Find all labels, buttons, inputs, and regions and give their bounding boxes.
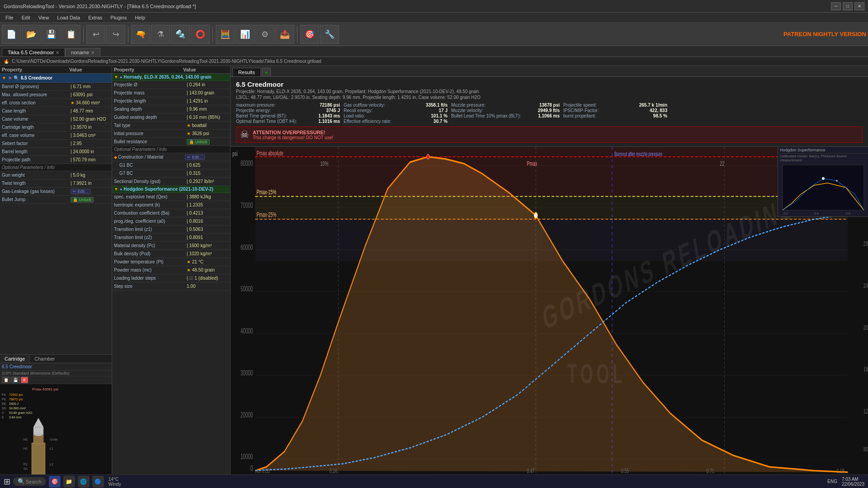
menu-extras[interactable]: Extras xyxy=(85,14,106,21)
prop-name-case-volume: Case volume xyxy=(0,116,69,122)
prop-val-twist: | 7.9921 in xyxy=(69,180,112,186)
diag-btn-1[interactable]: 📋 xyxy=(2,377,10,383)
left-panel-header: Property Value xyxy=(0,66,112,74)
tool-open[interactable]: 📂 xyxy=(22,25,41,44)
taskbar-search[interactable]: 🔍 Search xyxy=(13,477,46,486)
delete-icon[interactable]: ✕ xyxy=(8,75,12,80)
svg-text:SD: SD xyxy=(2,407,6,410)
prop-val-bullet-jump[interactable]: 🔒 Unlock xyxy=(69,197,112,202)
mid-name-ba: Combustion coefficient (Ba) xyxy=(112,210,185,216)
mid-val-guided: | 6.16 mm (85%) xyxy=(185,114,230,120)
stat-proj-energy: Projectile energy: 3745 J xyxy=(236,108,340,113)
maximize-button[interactable]: □ xyxy=(843,2,853,10)
mid-row-gsd: Sectional Density (gsd) | 0.2927 lb/in² xyxy=(112,178,230,186)
tab-tikka-close[interactable]: ✕ xyxy=(56,50,59,55)
mid-val-ba: | 0.4213 xyxy=(185,210,230,216)
menu-view[interactable]: View xyxy=(35,14,53,21)
tool-settings[interactable]: ⚙ xyxy=(255,25,274,44)
menu-file[interactable]: File xyxy=(2,14,17,21)
menu-help[interactable]: Help xyxy=(131,14,149,21)
stat-ipsc: IPSC/MIP-Factor: 422, 833 xyxy=(563,108,667,113)
close-button[interactable]: ✕ xyxy=(854,2,864,10)
svg-text:Pmax 63091 psi: Pmax 63091 psi xyxy=(32,387,58,391)
mid-val-pc: | 1600 kg/m³ xyxy=(185,243,230,249)
mid-val-construction[interactable]: ✏ Edit... xyxy=(183,154,228,160)
mid-val-proj-mass: | 143.00 grain xyxy=(185,90,230,96)
prop-val-cross-section: ★ 34.660 mm² xyxy=(69,100,112,106)
mid-row-qex: spec. explosive heat (Qex) | 3880 kJ/kg xyxy=(112,193,230,201)
diag-btn-2[interactable]: 💾 xyxy=(11,377,20,383)
stat-label-proj-speed: Projectile speed: xyxy=(563,103,597,108)
svg-text:0.4: 0.4 xyxy=(814,212,819,215)
svg-text:Pmax: Pmax xyxy=(527,160,537,168)
mid-row-pt: Powder temperature (Pt) ★ 21 °C xyxy=(112,258,230,266)
mid-val-bullet-res[interactable]: 🔒 Unlock xyxy=(185,139,230,145)
tool-misc[interactable]: 🔧 xyxy=(320,25,339,44)
svg-text:22: 22 xyxy=(720,160,724,168)
tool-calc[interactable]: 🧮 xyxy=(216,25,235,44)
prop-row-gas-leak[interactable]: Gas-Leakage (gas losses) ✏ Edit... xyxy=(0,188,112,196)
tool-save[interactable]: 💾 xyxy=(42,25,61,44)
tool-powder[interactable]: ⚗ xyxy=(151,25,170,44)
mid-name-proj-length: Projectile length xyxy=(112,98,185,104)
svg-text:72562 psi: 72562 psi xyxy=(9,393,23,397)
tab-add-results[interactable]: + xyxy=(262,68,271,76)
stat-val-bt: 1.1843 ms xyxy=(318,113,340,118)
left-prop-header: Property xyxy=(2,67,69,72)
tool-target[interactable]: 🎯 xyxy=(300,25,319,44)
mid-row-g7bc: G7 BC | 0.315 xyxy=(112,169,230,178)
tool-save-as[interactable]: 📋 xyxy=(61,25,80,44)
powder-section-header[interactable]: ▼ ● Hodgdon Superformance (2021-10-DEV-2… xyxy=(112,186,230,193)
tool-primer[interactable]: ⭕ xyxy=(191,25,210,44)
mid-row-pc: Material density (Pc) | 1600 kg/m³ xyxy=(112,242,230,250)
mid-row-g1bc: G1 BC | 0.625 xyxy=(112,161,230,169)
tool-case[interactable]: 🔩 xyxy=(171,25,190,44)
stat-val-muzzle-vel: 2949.9 ft/s xyxy=(538,108,560,113)
minimize-button[interactable]: ─ xyxy=(831,2,841,10)
stat-label-bt: Barrel Time general (BT): xyxy=(236,113,287,118)
prop-name-gun-weight: Gun weight xyxy=(0,172,69,178)
danger-skull-icon: ☠ xyxy=(240,129,249,141)
taskbar-edge-icon[interactable]: 🌐 xyxy=(78,476,90,488)
tab-cartridge[interactable]: Cartridge xyxy=(0,355,30,363)
svg-text:10000: 10000 xyxy=(241,452,253,460)
mid-row-construction[interactable]: ◆ Construction / Material ✏ Edit... xyxy=(112,153,230,161)
tab-tikka[interactable]: Tikka 6.5 Creedmoor ✕ xyxy=(2,48,65,56)
selected-caliber-row[interactable]: ▼ ✕ 🔍 6.5 Creedmoor xyxy=(0,74,112,83)
svg-text:0.55: 0.55 xyxy=(621,467,629,474)
prop-val-barrel-diam: | 6.71 mm xyxy=(69,84,112,89)
menu-load-data[interactable]: Load Data xyxy=(53,14,84,21)
stat-val-ipsc: 422, 833 xyxy=(650,108,667,113)
prop-val-gas-leak[interactable]: ✏ Edit... xyxy=(69,188,112,194)
breadcrumb-icon: 🔥 xyxy=(4,59,9,64)
tool-bullet[interactable]: 🔫 xyxy=(131,25,150,44)
start-button[interactable]: ⊞ xyxy=(4,477,10,487)
tab-noname-close[interactable]: ✕ xyxy=(91,50,94,55)
menu-edit[interactable]: Edit xyxy=(18,14,34,21)
mid-name-qex: spec. explosive heat (Qex) xyxy=(112,194,185,200)
tool-undo[interactable]: ↩ xyxy=(86,25,105,44)
mid-row-proj-mass: Projectile mass | 143.00 grain xyxy=(112,89,230,97)
tab-noname[interactable]: noname ✕ xyxy=(65,48,100,56)
tab-results[interactable]: Results xyxy=(232,68,261,76)
mid-row-bullet-res[interactable]: Bullet resistance 🔒 Unlock xyxy=(112,138,230,146)
stat-max-pressure: maximum pressure: 72186 psi xyxy=(236,103,340,108)
tool-export[interactable]: 📤 xyxy=(275,25,294,44)
taskbar-win-icon[interactable]: 🔵 xyxy=(92,476,104,488)
taskbar-file-icon[interactable]: 📁 xyxy=(63,476,75,488)
tool-chart[interactable]: 📊 xyxy=(236,25,255,44)
projectile-section-header[interactable]: ▼ ● Hornady, ELD-X 2635, 0.264, 143.00 g… xyxy=(112,74,230,81)
prop-row-cartridge-length: Cartridge length | 2.9570 in xyxy=(0,123,112,131)
prop-row-bullet-jump[interactable]: Bullet Jump 🔒 Unlock xyxy=(0,196,112,204)
mid-name-g7bc: G7 BC xyxy=(112,170,185,176)
results-tabs: Results + xyxy=(231,66,868,77)
diag-btn-close[interactable]: ✕ xyxy=(21,377,28,383)
tool-new[interactable]: 📄 xyxy=(2,25,21,44)
tab-chamber[interactable]: Chamber xyxy=(30,355,59,363)
menu-plugins[interactable]: Plugins xyxy=(107,14,130,21)
svg-text:2400: 2400 xyxy=(863,282,868,290)
mid-name-pt: Powder temperature (Pt) xyxy=(112,259,185,265)
taskbar-app-icon[interactable]: 🎯 xyxy=(49,476,61,488)
tool-redo[interactable]: ↪ xyxy=(106,25,125,44)
main-chart-svg: 80000 70000 60000 50000 40000 30000 2000… xyxy=(231,147,868,474)
